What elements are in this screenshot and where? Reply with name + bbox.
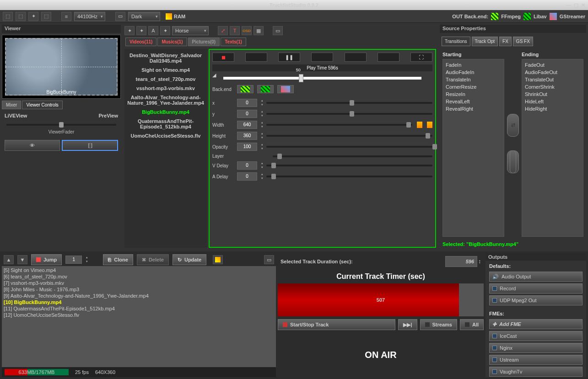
l-slider[interactable] bbox=[273, 155, 432, 157]
cbtn-2[interactable]: ✦ bbox=[136, 26, 146, 35]
file-item[interactable]: Destino_WaltDisney_Salvador Dali1945.mp4 bbox=[125, 51, 206, 65]
toolbar-btn-3[interactable]: ✦ bbox=[28, 12, 38, 21]
starting-list[interactable]: FadeInAudioFadeInTranslateInCornerResize… bbox=[442, 59, 504, 237]
live-button[interactable]: 👁 bbox=[5, 140, 60, 151]
ffmpeg-icon[interactable] bbox=[491, 13, 498, 20]
w-slider[interactable] bbox=[266, 124, 412, 126]
toolbar-btn-2[interactable]: ⬚ bbox=[16, 12, 26, 21]
ad-spinner[interactable]: 0 bbox=[237, 172, 257, 181]
ending-list[interactable]: FadeOutAudioFadeOutTranslateOutCornerShr… bbox=[522, 59, 583, 237]
track-row[interactable]: [7] vsshort-mp3-vorbis.mkv bbox=[4, 280, 274, 286]
tab-mixer[interactable]: Mixer bbox=[2, 101, 21, 109]
tab-viewer-controls[interactable]: Viewer Controls bbox=[22, 101, 62, 109]
track-row[interactable]: [10] BigBuckBunny.mp4 bbox=[4, 299, 274, 305]
clone-button[interactable]: ⎘ Clone bbox=[103, 254, 133, 265]
cbtn-9[interactable]: ▭ bbox=[273, 26, 283, 35]
jump-button[interactable]: Jump bbox=[31, 254, 62, 265]
vd-slider[interactable] bbox=[266, 165, 432, 166]
fme-item[interactable]: Ustream bbox=[489, 355, 583, 365]
transition-item[interactable]: CornerShrink bbox=[524, 83, 581, 91]
tab-texts[interactable]: Texts(1) bbox=[221, 37, 246, 46]
transition-item[interactable]: AudioFadeOut bbox=[524, 69, 581, 76]
h-slider[interactable] bbox=[266, 135, 432, 137]
timeline-slider[interactable] bbox=[223, 77, 421, 80]
vd-spinner[interactable]: 0 bbox=[237, 161, 257, 170]
cbtn-5[interactable]: ⤢ bbox=[218, 26, 228, 35]
backend-ffmpeg[interactable] bbox=[237, 85, 254, 93]
swap-button[interactable]: ⇄ bbox=[507, 114, 519, 137]
libav-icon[interactable] bbox=[523, 13, 531, 20]
tab-musics[interactable]: Musics(1) bbox=[157, 37, 187, 46]
transition-item[interactable]: ResizeIn bbox=[445, 91, 502, 98]
start-stop-button[interactable]: Start/Stop Track bbox=[278, 319, 395, 330]
volume-icon[interactable]: ◢ bbox=[212, 72, 216, 78]
transition-item[interactable]: HideRight bbox=[524, 105, 581, 112]
duration-stepper[interactable] bbox=[478, 258, 481, 265]
record-button[interactable]: ◼ bbox=[212, 53, 234, 62]
file-item[interactable]: QuatermassAndThePit-Episode1_512kb.mp4 bbox=[125, 117, 206, 131]
pause-button[interactable]: ❚❚ bbox=[278, 53, 300, 62]
x-spinner[interactable]: 0 bbox=[237, 99, 257, 107]
stop-button[interactable] bbox=[311, 53, 333, 62]
update-button[interactable]: ↻ Update bbox=[173, 254, 206, 265]
minimize-icon[interactable]: — bbox=[566, 2, 571, 8]
delete-button[interactable]: ✖ Delete bbox=[137, 254, 169, 265]
clear-button[interactable] bbox=[507, 150, 519, 173]
fme-item[interactable]: Nginx bbox=[489, 343, 583, 353]
theme-combo[interactable]: Dark bbox=[128, 12, 160, 21]
transition-item[interactable]: FadeIn bbox=[445, 61, 502, 69]
expand-button[interactable]: ▭ bbox=[264, 255, 274, 264]
toolbar-btn-4[interactable]: ⬚ bbox=[41, 12, 51, 21]
playlist[interactable]: [5] Sight on Vimeo.mp4[6] tears_of_steel… bbox=[2, 266, 276, 367]
transition-item[interactable]: HideLeft bbox=[524, 98, 581, 105]
lock-icon[interactable] bbox=[417, 122, 422, 128]
preview-area[interactable]: BigBuckBunny bbox=[2, 35, 121, 99]
maximize-icon[interactable]: ▢ bbox=[574, 2, 578, 8]
w-spinner[interactable]: 640 bbox=[237, 121, 257, 129]
transition-item[interactable]: ShrinkOut bbox=[524, 91, 581, 98]
prev-button[interactable] bbox=[245, 53, 267, 62]
audio-meter-icon[interactable]: ≡ bbox=[61, 12, 71, 21]
streams-button[interactable]: Streams bbox=[420, 319, 457, 330]
h-spinner[interactable]: 360 bbox=[237, 132, 257, 140]
x-slider[interactable] bbox=[266, 102, 432, 104]
backend-libav[interactable] bbox=[257, 85, 274, 93]
transition-item[interactable]: RevealRight bbox=[445, 105, 502, 112]
transition-item[interactable]: TranslateOut bbox=[524, 76, 581, 83]
y-spinner[interactable]: 0 bbox=[237, 110, 257, 118]
move-up-button[interactable]: ▲ bbox=[4, 255, 14, 264]
o-spinner[interactable]: 100 bbox=[237, 143, 257, 151]
tab-pictures[interactable]: Pictures(0) bbox=[188, 37, 220, 46]
track-row[interactable]: [11] QuatermassAndThePit-Episode1_512kb.… bbox=[4, 305, 274, 312]
transition-item[interactable]: RevealLeft bbox=[445, 98, 502, 105]
loop-button[interactable] bbox=[378, 53, 399, 62]
cbtn-7[interactable]: OSD bbox=[242, 26, 252, 35]
audio-output-button[interactable]: 🔊 Audio Output bbox=[489, 272, 583, 282]
next-track-button[interactable]: ▶▶| bbox=[398, 319, 417, 330]
jump-value[interactable]: 1 bbox=[65, 256, 82, 264]
next-button[interactable] bbox=[345, 53, 367, 62]
tab-fx[interactable]: FX bbox=[499, 37, 512, 46]
cbtn-3[interactable]: A bbox=[148, 26, 158, 35]
o-slider[interactable] bbox=[266, 146, 432, 148]
ad-slider[interactable] bbox=[266, 176, 432, 177]
track-row[interactable]: [8] John Miles - Music - 1976.mp3 bbox=[4, 286, 274, 293]
move-down-button[interactable]: ▼ bbox=[17, 255, 27, 264]
fme-item[interactable]: IceCast bbox=[489, 331, 583, 341]
file-item[interactable]: BigBuckBunny.mp4 bbox=[125, 107, 206, 117]
file-item[interactable]: Aalto-Alvar_Technology-and-Nature_1996_Y… bbox=[125, 93, 206, 107]
file-list[interactable]: Destino_WaltDisney_Salvador Dali1945.mp4… bbox=[124, 49, 207, 248]
tab-videos[interactable]: Videos(11) bbox=[125, 37, 156, 46]
close-icon[interactable]: ✕ bbox=[581, 2, 585, 8]
gstreamer-icon[interactable] bbox=[550, 13, 557, 20]
duration-value[interactable]: 596 bbox=[445, 256, 477, 267]
cbtn-1[interactable]: ✦ bbox=[124, 26, 135, 35]
backend-gstreamer[interactable] bbox=[277, 85, 294, 93]
track-row[interactable]: [9] Aalto-Alvar_Technology-and-Nature_19… bbox=[4, 293, 274, 299]
toolbar-btn-1[interactable]: ⬚ bbox=[3, 12, 13, 21]
preset-combo[interactable]: Horse bbox=[172, 26, 209, 35]
cbtn-4[interactable]: ✦ bbox=[160, 26, 170, 35]
all-button[interactable]: All bbox=[460, 319, 484, 330]
sweep-button[interactable] bbox=[213, 255, 223, 264]
transition-item[interactable]: CornerResize bbox=[445, 83, 502, 91]
